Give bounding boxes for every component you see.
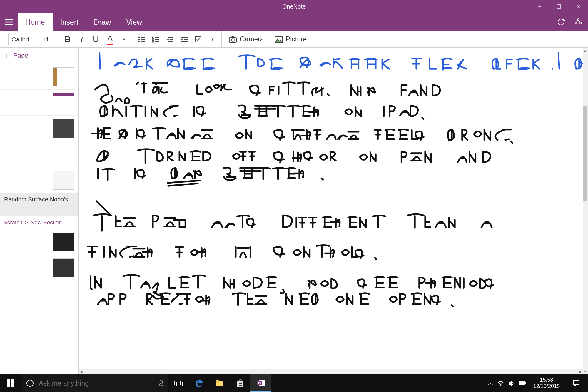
picture-icon xyxy=(275,36,283,43)
svg-point-30 xyxy=(231,39,234,41)
scroll-left-arrow[interactable]: ◀ xyxy=(80,370,82,374)
svg-point-14 xyxy=(139,41,140,42)
volume-icon[interactable] xyxy=(508,380,514,386)
svg-rect-46 xyxy=(240,383,242,384)
ribbon-tabs: Home Insert Draw View xyxy=(0,13,588,31)
page-thumb-6[interactable] xyxy=(0,229,78,255)
page-thumb-1[interactable] xyxy=(0,64,78,90)
share-button[interactable] xyxy=(574,17,583,27)
svg-point-10 xyxy=(139,37,140,38)
picture-label: Picture xyxy=(286,35,307,43)
task-view-button[interactable] xyxy=(168,374,189,392)
bullet-list-button[interactable] xyxy=(135,31,149,48)
bold-button[interactable]: B xyxy=(61,31,75,48)
scrollbar-thumb[interactable] xyxy=(583,106,587,201)
svg-rect-55 xyxy=(520,382,524,384)
svg-text:N: N xyxy=(258,381,261,385)
ink-line-2 xyxy=(95,82,440,103)
minimize-button[interactable] xyxy=(530,0,549,13)
svg-rect-34 xyxy=(11,379,14,383)
cortana-search[interactable] xyxy=(21,374,168,392)
font-name-select[interactable]: Calibri xyxy=(8,34,40,45)
font-size-select[interactable]: 11 xyxy=(40,34,52,45)
svg-rect-33 xyxy=(7,379,10,383)
formatting-toolbar: Calibri 11 B I U A ▾ 123 ▾ Camera Pictur… xyxy=(0,31,588,48)
toolbar-divider xyxy=(133,31,133,48)
tab-insert[interactable]: Insert xyxy=(53,13,86,31)
system-tray: ︿ 15:58 12/10/2015 xyxy=(488,374,588,392)
maximize-button[interactable] xyxy=(549,0,569,13)
edge-button[interactable] xyxy=(189,374,209,392)
numbered-list-button[interactable]: 123 xyxy=(149,31,163,48)
store-button[interactable] xyxy=(230,374,250,392)
tab-draw[interactable]: Draw xyxy=(86,13,118,31)
window-titlebar: OneNote xyxy=(0,0,588,13)
undo-button[interactable] xyxy=(557,17,566,27)
font-color-button[interactable]: A xyxy=(103,31,117,48)
svg-rect-36 xyxy=(11,383,14,387)
todo-tag-button[interactable] xyxy=(191,31,206,48)
add-page-button[interactable]: + Page xyxy=(0,48,78,64)
tray-chevron-icon[interactable]: ︿ xyxy=(488,380,493,387)
mic-icon[interactable] xyxy=(154,379,168,387)
window-controls xyxy=(530,0,588,13)
toolbar-divider-2 xyxy=(221,31,222,48)
tab-home[interactable]: Home xyxy=(18,13,53,31)
page-thumb-7[interactable] xyxy=(0,255,78,281)
close-button[interactable] xyxy=(569,0,588,13)
more-tags-dropdown[interactable]: ▾ xyxy=(206,31,220,48)
picture-button[interactable]: Picture xyxy=(269,31,312,48)
ink-line-10 xyxy=(98,293,453,306)
more-formatting-dropdown[interactable]: ▾ xyxy=(117,31,131,48)
svg-point-52 xyxy=(500,386,501,386)
page-thumb-3[interactable] xyxy=(0,116,78,141)
scroll-down-arrow[interactable]: ▼ xyxy=(584,370,587,373)
camera-icon xyxy=(229,36,237,43)
selected-page-title: Random Surface Nooo's xyxy=(4,196,68,203)
svg-point-9 xyxy=(580,22,582,24)
action-center-button[interactable] xyxy=(567,374,585,392)
start-button[interactable] xyxy=(0,379,21,387)
svg-rect-47 xyxy=(239,385,240,386)
indent-button[interactable] xyxy=(177,31,191,48)
page-thumb-4[interactable] xyxy=(0,141,78,167)
svg-rect-48 xyxy=(240,385,242,386)
svg-rect-40 xyxy=(176,382,182,386)
ink-line-6 xyxy=(98,168,323,186)
horizontal-scrollbar[interactable]: ◀ ▶ xyxy=(79,369,583,374)
vertical-scrollbar[interactable]: ▲ ▼ xyxy=(583,48,588,374)
file-explorer-button[interactable] xyxy=(209,374,230,392)
ink-line-1 xyxy=(99,48,588,70)
svg-rect-56 xyxy=(573,381,579,385)
svg-rect-54 xyxy=(524,382,525,384)
clock[interactable]: 15:58 12/10/2015 xyxy=(530,377,563,389)
page-thumb-5[interactable] xyxy=(0,167,78,193)
italic-button[interactable]: I xyxy=(75,31,89,48)
camera-button[interactable]: Camera xyxy=(223,31,269,48)
breadcrumb-section: New Section 1 xyxy=(31,219,67,226)
notebook-breadcrumb[interactable]: Scratch > New Section 1 xyxy=(0,216,78,229)
battery-icon[interactable] xyxy=(519,381,526,386)
tab-view[interactable]: View xyxy=(119,13,150,31)
wifi-icon[interactable] xyxy=(497,380,504,386)
scroll-right-arrow[interactable]: ▶ xyxy=(579,370,582,374)
svg-rect-45 xyxy=(239,383,240,384)
note-canvas[interactable] xyxy=(79,48,588,374)
ink-line-8 xyxy=(88,245,376,259)
search-input[interactable] xyxy=(39,374,154,392)
hamburger-menu-button[interactable] xyxy=(0,13,18,31)
svg-rect-43 xyxy=(216,383,223,383)
underline-button[interactable]: U xyxy=(89,31,103,48)
windows-taskbar: N ︿ 15:58 12/10/2015 xyxy=(0,374,588,392)
onenote-taskbar-button[interactable]: N xyxy=(250,374,271,392)
clock-time: 15:58 xyxy=(533,377,560,383)
svg-rect-39 xyxy=(175,381,181,385)
svg-point-12 xyxy=(139,39,140,40)
page-thumb-2[interactable] xyxy=(0,90,78,116)
breadcrumb-separator: > xyxy=(25,219,28,226)
scroll-up-arrow[interactable]: ▲ xyxy=(584,49,587,52)
svg-point-8 xyxy=(575,22,577,24)
outdent-button[interactable] xyxy=(163,31,177,48)
page-thumb-selected[interactable]: Random Surface Nooo's xyxy=(0,193,78,216)
ink-line-3 xyxy=(100,105,424,119)
